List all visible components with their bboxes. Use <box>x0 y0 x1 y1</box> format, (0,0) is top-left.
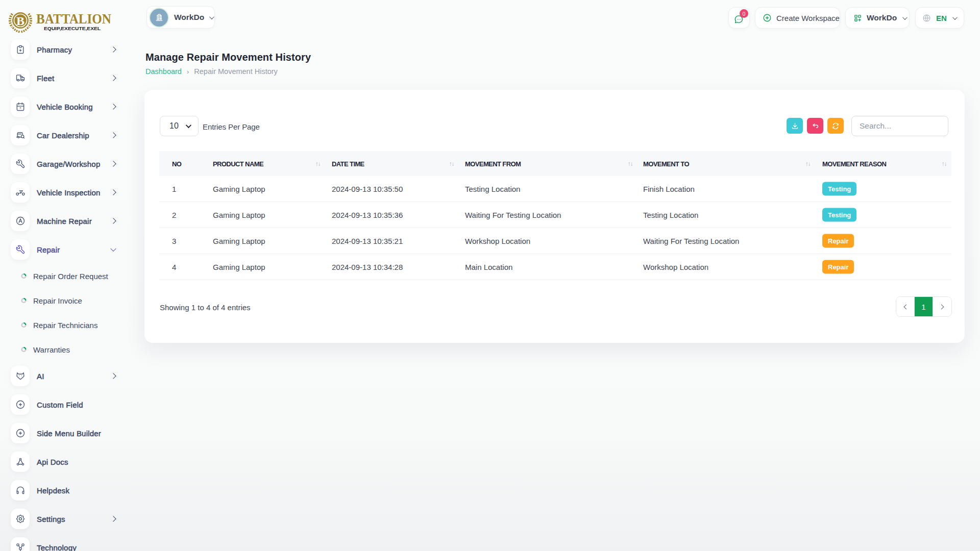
svg-text:BATTALION: BATTALION <box>36 11 111 27</box>
svg-text:B: B <box>16 14 24 28</box>
svg-text:EQUIP,EXECUTE,EXEL: EQUIP,EXECUTE,EXEL <box>44 26 101 31</box>
